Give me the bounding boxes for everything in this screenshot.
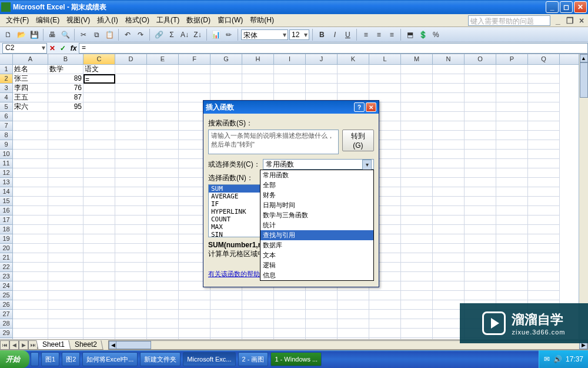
cell[interactable]: [242, 329, 274, 338]
cell[interactable]: [528, 225, 560, 234]
cell[interactable]: [83, 140, 115, 150]
taskbar-item[interactable]: 如何将Excel中...: [82, 352, 138, 366]
row-header[interactable]: 11: [0, 159, 13, 168]
cell[interactable]: [83, 216, 115, 225]
cell[interactable]: [13, 178, 48, 187]
row-header[interactable]: 1: [0, 65, 13, 74]
cell[interactable]: [115, 74, 147, 84]
cell[interactable]: [83, 291, 115, 300]
col-header-I[interactable]: I: [274, 54, 306, 64]
cell[interactable]: [338, 291, 369, 300]
dialog-help-icon[interactable]: ?: [354, 102, 365, 112]
cell[interactable]: [13, 244, 48, 253]
cell[interactable]: [115, 338, 147, 339]
cell[interactable]: [115, 253, 147, 263]
cell[interactable]: [465, 131, 496, 140]
cell[interactable]: [496, 112, 528, 121]
cell[interactable]: [306, 300, 338, 310]
chart-icon[interactable]: 📊: [210, 29, 222, 41]
cell[interactable]: [83, 263, 115, 272]
category-option[interactable]: 统计: [260, 220, 373, 230]
col-header-H[interactable]: H: [242, 54, 274, 64]
cell[interactable]: [115, 244, 147, 253]
cell[interactable]: [242, 338, 274, 339]
cell[interactable]: [465, 140, 496, 150]
taskbar-item[interactable]: Microsoft Exc...: [183, 352, 235, 366]
cell[interactable]: [465, 263, 496, 272]
cell[interactable]: [13, 168, 48, 178]
close-button[interactable]: ✕: [574, 1, 587, 13]
cell[interactable]: [147, 102, 179, 112]
cell[interactable]: [306, 310, 338, 319]
cell[interactable]: [274, 291, 306, 300]
cell[interactable]: [83, 244, 115, 253]
cell[interactable]: 95: [48, 102, 83, 112]
cell[interactable]: [465, 206, 496, 216]
cell[interactable]: [401, 74, 433, 84]
cell[interactable]: [433, 74, 465, 84]
cell[interactable]: [48, 140, 83, 150]
cell[interactable]: [115, 300, 147, 310]
cell[interactable]: [401, 168, 433, 178]
col-header-M[interactable]: M: [401, 54, 433, 64]
cell[interactable]: [528, 206, 560, 216]
cell[interactable]: [83, 225, 115, 234]
function-help-link[interactable]: 有关该函数的帮助: [208, 270, 260, 279]
cell[interactable]: [274, 65, 306, 74]
cell[interactable]: [274, 319, 306, 329]
cell[interactable]: [401, 93, 433, 102]
cell[interactable]: [83, 121, 115, 131]
cell[interactable]: [465, 150, 496, 159]
cell[interactable]: [496, 178, 528, 187]
menu-view[interactable]: 视图(V): [63, 14, 93, 26]
cell[interactable]: [465, 225, 496, 234]
cell[interactable]: [147, 121, 179, 131]
cell[interactable]: [13, 159, 48, 168]
cell[interactable]: [179, 319, 211, 329]
cell[interactable]: [433, 216, 465, 225]
category-option[interactable]: 数学与三角函数: [260, 210, 373, 220]
cell[interactable]: [115, 272, 147, 281]
cell[interactable]: [48, 329, 83, 338]
col-header-K[interactable]: K: [338, 54, 369, 64]
cell[interactable]: [496, 244, 528, 253]
cell[interactable]: [338, 310, 369, 319]
cell[interactable]: [13, 272, 48, 281]
row-header[interactable]: 28: [0, 319, 13, 329]
cell[interactable]: [433, 102, 465, 112]
col-header-L[interactable]: L: [369, 54, 401, 64]
help-search-input[interactable]: 键入需要帮助的问题: [468, 15, 550, 26]
cell[interactable]: [115, 178, 147, 187]
cell[interactable]: [48, 319, 83, 329]
cell[interactable]: [369, 319, 401, 329]
doc-close-button[interactable]: ×: [577, 16, 586, 25]
menu-window[interactable]: 窗口(W): [214, 14, 246, 26]
cell[interactable]: [274, 310, 306, 319]
cell[interactable]: [179, 300, 211, 310]
cell[interactable]: [465, 84, 496, 93]
formula-enter-icon[interactable]: ✓: [58, 43, 68, 54]
cell[interactable]: [13, 310, 48, 319]
cell[interactable]: [433, 93, 465, 102]
cell[interactable]: [528, 150, 560, 159]
cell[interactable]: [115, 102, 147, 112]
cell[interactable]: [401, 319, 433, 329]
cell[interactable]: [13, 150, 48, 159]
redo-icon[interactable]: ↷: [135, 29, 146, 41]
cell[interactable]: 王五: [13, 93, 48, 102]
cell[interactable]: [433, 84, 465, 93]
cell[interactable]: [179, 84, 211, 93]
cell[interactable]: [147, 300, 179, 310]
cell[interactable]: [401, 272, 433, 281]
cell[interactable]: [401, 84, 433, 93]
row-header[interactable]: 26: [0, 300, 13, 310]
cell[interactable]: =: [83, 74, 115, 84]
col-header-F[interactable]: F: [179, 54, 211, 64]
tab-nav-prev[interactable]: ◀: [9, 340, 19, 350]
menu-format[interactable]: 格式(O): [122, 14, 153, 26]
sheet-tab-2[interactable]: Sheet2: [68, 340, 103, 350]
cell[interactable]: [528, 253, 560, 263]
row-header[interactable]: 29: [0, 329, 13, 338]
menu-edit[interactable]: 编辑(E): [32, 14, 63, 26]
cell[interactable]: [401, 300, 433, 310]
